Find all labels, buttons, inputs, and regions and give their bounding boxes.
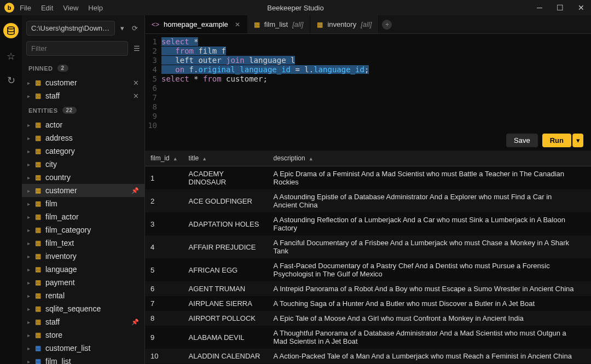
expand-icon[interactable]: ▸ [27,359,35,365]
tabs-bar: <>homepage_example✕▦film_list[all]▦inven… [145,15,591,34]
add-tab-button[interactable]: + [379,15,395,33]
entity-item-film[interactable]: ▸▦film [22,197,144,210]
menu-view[interactable]: View [63,4,78,12]
entities-header: ENTITIES 22 [22,102,144,118]
expand-icon[interactable]: ▸ [27,293,35,299]
table-row[interactable]: 3ADAPTATION HOLESA Astounding Reflection… [145,212,591,235]
code-icon: <> [152,21,159,28]
column-film_id[interactable]: film_id▲ [145,151,183,166]
table-row[interactable]: 8AIRPORT POLLOCKA Epic Tale of a Moose A… [145,311,591,326]
expand-icon[interactable]: ▸ [27,80,35,86]
pin-icon[interactable]: 📌 [131,187,139,194]
entity-item-store[interactable]: ▸▦store [22,328,144,342]
table-row[interactable]: 1ACADEMY DINOSAURA Epic Drama of a Femin… [145,166,591,190]
entity-item-country[interactable]: ▸▦country [22,171,144,184]
expand-icon[interactable]: ▸ [27,214,35,220]
table-icon: ▦ [35,147,41,155]
table-icon: ▦ [35,318,41,326]
entity-item-film_category[interactable]: ▸▦film_category [22,223,144,236]
star-icon[interactable]: ☆ [7,50,15,62]
entity-item-film_text[interactable]: ▸▦film_text [22,236,144,250]
close-tab-icon[interactable]: ✕ [235,21,240,28]
table-row[interactable]: 2ACE GOLDFINGERA Astounding Epistle of a… [145,189,591,212]
entity-item-sqlite_sequence[interactable]: ▸▦sqlite_sequence [22,302,144,315]
expand-icon[interactable]: ▸ [27,188,35,194]
entity-item-payment[interactable]: ▸▦payment [22,276,144,289]
save-button[interactable]: Save [506,134,538,147]
sql-editor[interactable]: 12345678910 select * from film f left ou… [145,34,591,130]
entity-item-customer[interactable]: ▸▦customer📌 [22,184,144,197]
expand-icon[interactable]: ▸ [27,122,35,128]
entity-item-address[interactable]: ▸▦address [22,131,144,145]
connection-path[interactable]: C:\Users\ghstng\Downloads [26,21,115,36]
expand-icon[interactable]: ▸ [27,240,35,246]
entity-item-staff[interactable]: ▸▦staff📌 [22,315,144,328]
minimize-button[interactable]: ─ [534,3,546,12]
table-icon: ▦ [254,21,260,28]
table-row[interactable]: 5AFRICAN EGGA Fast-Paced Documentary of … [145,258,591,281]
filter-options-icon[interactable]: ☰ [131,43,142,54]
database-icon[interactable] [3,23,19,38]
expand-icon[interactable]: ▸ [27,161,35,167]
view-icon: ▦ [35,357,41,364]
table-row[interactable]: 10ALADDIN CALENDARA Action-Packed Tale o… [145,349,591,363]
menu-file[interactable]: File [20,4,31,12]
entity-item-rental[interactable]: ▸▦rental [22,289,144,302]
entity-item-category[interactable]: ▸▦category [22,145,144,158]
pinned-header: PINNED 2 [22,60,144,76]
pin-icon[interactable]: 📌 [131,319,139,326]
expand-icon[interactable]: ▸ [27,319,35,325]
run-dropdown[interactable]: ▾ [572,134,583,147]
table-icon: ▦ [35,292,41,299]
column-title[interactable]: title▲ [183,151,268,166]
entity-item-language[interactable]: ▸▦language [22,263,144,276]
sort-asc-icon: ▲ [173,156,178,161]
tab-homepage_example[interactable]: <>homepage_example✕ [145,15,247,33]
unpin-icon[interactable]: ✕ [133,92,139,100]
close-button[interactable]: ✕ [575,3,588,12]
expand-icon[interactable]: ▸ [27,135,35,141]
expand-icon[interactable]: ▸ [27,280,35,286]
entity-item-actor[interactable]: ▸▦actor [22,118,144,131]
expand-icon[interactable]: ▸ [27,253,35,259]
sort-icon: ▲ [202,156,207,161]
run-button[interactable]: Run [542,134,571,147]
svg-point-0 [8,27,14,29]
pinned-item-staff[interactable]: ▸▦staff✕ [22,89,144,102]
filter-input[interactable] [26,41,128,56]
pinned-item-customer[interactable]: ▸▦customer✕ [22,76,144,89]
entity-item-city[interactable]: ▸▦city [22,158,144,171]
expand-icon[interactable]: ▸ [27,306,35,312]
expand-icon[interactable]: ▸ [27,93,35,99]
view-icon: ▦ [35,344,41,352]
table-row[interactable]: 6AGENT TRUMANA Intrepid Panorama of a Ro… [145,281,591,296]
unpin-icon[interactable]: ✕ [133,79,139,87]
tab-inventory[interactable]: ▦inventory[all] [310,15,379,33]
menu-help[interactable]: Help [88,4,103,12]
tab-film_list[interactable]: ▦film_list[all] [247,15,311,33]
entity-item-customer_list[interactable]: ▸▦customer_list [22,342,144,355]
column-description[interactable]: description▲ [268,151,580,166]
table-row[interactable]: 9ALABAMA DEVILA Thoughtful Panorama of a… [145,326,591,349]
table-row[interactable]: 4AFFAIR PREJUDICEA Fanciful Documentary … [145,235,591,258]
expand-icon[interactable]: ▸ [27,148,35,154]
table-icon: ▦ [35,305,41,313]
expand-icon[interactable]: ▸ [27,332,35,338]
menu-edit[interactable]: Edit [41,4,53,12]
refresh-icon[interactable]: ⟳ [130,23,140,33]
entity-item-inventory[interactable]: ▸▦inventory [22,250,144,263]
entities-tree[interactable]: ▸▦actor▸▦address▸▦category▸▦city▸▦countr… [22,118,144,364]
results-grid[interactable]: film_id▲title▲description▲ 1ACADEMY DINO… [145,151,591,364]
table-row[interactable]: 7AIRPLANE SIERRAA Touching Saga of a Hun… [145,296,591,311]
history-icon[interactable]: ↻ [7,74,15,86]
expand-icon[interactable]: ▸ [27,267,35,273]
entity-item-film_actor[interactable]: ▸▦film_actor [22,210,144,223]
expand-icon[interactable]: ▸ [27,345,35,351]
expand-icon[interactable]: ▸ [27,227,35,233]
dropdown-icon[interactable]: ▾ [118,23,126,33]
maximize-button[interactable]: ☐ [553,3,567,12]
expand-icon[interactable]: ▸ [27,201,35,207]
expand-icon[interactable]: ▸ [27,175,35,181]
table-icon: ▦ [35,79,41,86]
entity-item-film_list[interactable]: ▸▦film_list [22,355,144,364]
